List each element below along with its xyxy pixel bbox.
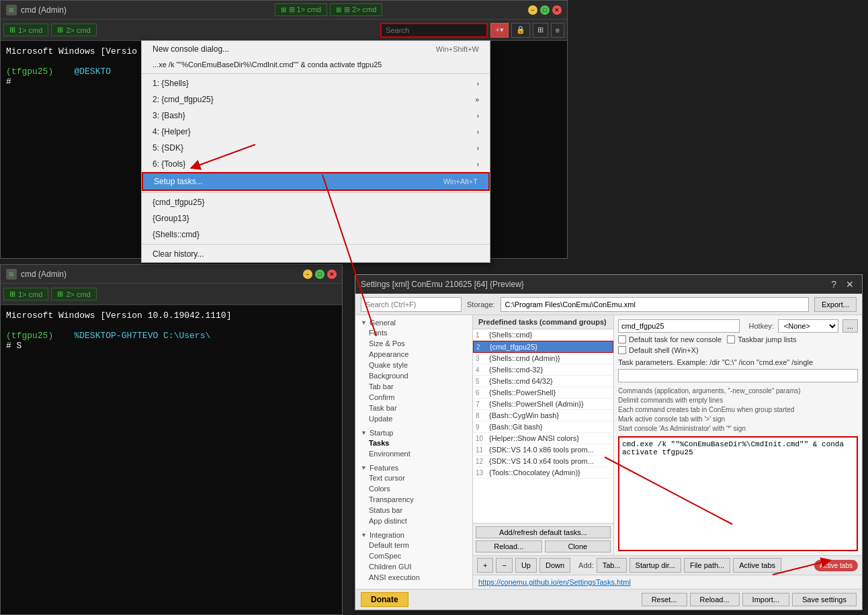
tab-add-btn[interactable]: Tab...: [597, 558, 627, 573]
task-row-10[interactable]: 10 {Helper::Show ANSI colors}: [473, 433, 613, 444]
task-row-7[interactable]: 7 {Shells::PowerShell (Admin)}: [473, 399, 613, 410]
lock-btn[interactable]: 🔒: [511, 23, 530, 38]
sidebar-item-environment[interactable]: Environment: [355, 448, 472, 459]
import-btn[interactable]: Import...: [742, 593, 789, 606]
menu-clear-history[interactable]: Clear history...: [142, 246, 490, 262]
sidebar-item-update[interactable]: Update: [355, 413, 472, 424]
down-btn[interactable]: Down: [539, 558, 570, 573]
sidebar-item-text-cursor[interactable]: Text cursor: [355, 473, 472, 483]
hotkey-more-btn[interactable]: ...: [842, 319, 858, 333]
menu-conda-cmd[interactable]: ...xe /k ""%ConEmuBaseDir%\CmdInit.cmd""…: [142, 57, 490, 72]
export-btn[interactable]: Export...: [814, 297, 857, 312]
startup-dir-btn[interactable]: Startup dir...: [630, 558, 681, 573]
default-task-checkbox[interactable]: [618, 335, 626, 343]
bottom-minimize-btn[interactable]: −: [303, 270, 312, 279]
view-btn[interactable]: ⊞: [533, 23, 548, 38]
sidebar-item-tab-bar[interactable]: Tab bar: [355, 381, 472, 392]
task-row-1[interactable]: 1 {Shells::cmd}: [473, 329, 613, 341]
default-shell-checkbox[interactable]: [618, 346, 626, 354]
up-btn[interactable]: Up: [515, 558, 537, 573]
settings-help-btn[interactable]: ?: [828, 279, 839, 290]
menu-new-console[interactable]: New console dialog... Win+Shift+W: [142, 41, 490, 57]
donate-btn[interactable]: Donate: [361, 592, 408, 607]
cmd-tab-2[interactable]: ⊞ 2> cmd: [51, 24, 96, 36]
menu-shells[interactable]: 1: {Shells} ›: [142, 75, 490, 91]
menu-sdk[interactable]: 5: {SDK} ›: [142, 140, 490, 156]
remove-task-btn[interactable]: −: [496, 558, 512, 573]
sidebar-group-features[interactable]: ▼ Features: [355, 462, 472, 473]
commands-textarea[interactable]: cmd.exe /k ""%ConEmuBaseDir%\CmdInit.cmd…: [619, 438, 857, 550]
sidebar-item-tasks[interactable]: Tasks: [355, 438, 472, 448]
sidebar-item-colors[interactable]: Colors: [355, 483, 472, 494]
bottom-tab-1[interactable]: ⊞ 1> cmd: [3, 288, 48, 300]
sidebar-item-children-gui[interactable]: Children GUI: [355, 561, 472, 572]
settings-close-btn[interactable]: ✕: [843, 279, 857, 290]
menu-setup-tasks[interactable]: Setup tasks... Win+Alt+T: [142, 172, 490, 191]
storage-path-input[interactable]: [501, 297, 809, 312]
sidebar-item-task-bar[interactable]: Task bar: [355, 403, 472, 413]
task-row-4[interactable]: 4 {Shells::cmd-32}: [473, 364, 613, 376]
sidebar-item-quake[interactable]: Quake style: [355, 360, 472, 370]
sidebar-item-default-term[interactable]: Default term: [355, 540, 472, 550]
reload-btn[interactable]: Reload...: [476, 540, 542, 552]
active-tabs-btn[interactable]: Active tabs: [733, 558, 781, 573]
tasks-list-header: Predefined tasks (command groups): [473, 315, 613, 329]
bottom-maximize-btn[interactable]: □: [315, 270, 324, 279]
settings-search-input[interactable]: [361, 297, 462, 312]
maximize-btn[interactable]: □: [540, 5, 550, 15]
file-path-btn[interactable]: File path...: [684, 558, 730, 573]
reset-btn[interactable]: Reset...: [642, 593, 687, 606]
minimize-btn[interactable]: −: [528, 5, 537, 15]
hotkey-select[interactable]: <None>: [778, 319, 838, 333]
search-input-top[interactable]: [380, 23, 488, 38]
sidebar-item-app-distinct[interactable]: App distinct: [355, 516, 472, 526]
sidebar-item-ansi-exec[interactable]: ANSI execution: [355, 572, 472, 583]
tab-2-top[interactable]: ⊞ ⊞ 2> cmd: [330, 3, 382, 16]
sidebar-item-transparency[interactable]: Transparency: [355, 494, 472, 505]
add-label: Add:: [578, 561, 594, 569]
sidebar-item-background[interactable]: Background: [355, 370, 472, 381]
task-row-5[interactable]: 5 {Shells::cmd 64/32}: [473, 376, 613, 387]
sidebar-item-confirm[interactable]: Confirm: [355, 392, 472, 403]
menu-cmd-tfgpu25-direct[interactable]: {cmd_tfgpu25}: [142, 194, 490, 210]
bottom-tab-2[interactable]: ⊞ 2> cmd: [51, 288, 96, 300]
task-row-13[interactable]: 13 {Tools::Chocolatey (Admin)}: [473, 467, 613, 479]
task-params-input[interactable]: [618, 369, 858, 382]
save-settings-btn[interactable]: Save settings: [792, 593, 857, 606]
task-row-12[interactable]: 12 {SDK::VS 14.0 x64 tools prom...: [473, 456, 613, 467]
menu-bash[interactable]: 3: {Bash} ›: [142, 108, 490, 124]
clone-btn[interactable]: Clone: [545, 540, 611, 552]
taskbar-jump-checkbox[interactable]: [727, 335, 735, 343]
task-row-6[interactable]: 6 {Shells::PowerShell}: [473, 387, 613, 399]
footer-link-row: https://conemu.github.io/en/SettingsTask…: [473, 575, 862, 589]
task-row-3[interactable]: 3 {Shells::cmd (Admin)}: [473, 353, 613, 364]
sidebar-item-fonts[interactable]: Fonts: [355, 327, 472, 338]
menu-shells-cmd[interactable]: {Shells::cmd}: [142, 227, 490, 243]
task-row-9[interactable]: 9 {Bash::Git bash}: [473, 421, 613, 433]
tab-1-top[interactable]: ⊞ ⊞ 1> cmd: [275, 3, 327, 16]
add-console-btn[interactable]: +▾: [490, 23, 508, 38]
task-row-8[interactable]: 8 {Bash::CygWin bash}: [473, 410, 613, 421]
sidebar-item-status-bar[interactable]: Status bar: [355, 505, 472, 516]
menu-group13[interactable]: {Group13}: [142, 210, 490, 227]
sidebar-group-integration[interactable]: ▼ Integration: [355, 529, 472, 540]
reload-settings-btn[interactable]: Reload...: [690, 593, 740, 606]
bottom-close-btn[interactable]: ✕: [327, 270, 337, 279]
help-link[interactable]: https://conemu.github.io/en/SettingsTask…: [478, 578, 631, 586]
sidebar-group-startup[interactable]: ▼ Startup: [355, 427, 472, 438]
task-row-2[interactable]: 2 {cmd_tfgpu25}: [473, 341, 613, 353]
sidebar-item-appearance[interactable]: Appearance: [355, 349, 472, 360]
sidebar-group-general[interactable]: ▼ General: [355, 317, 472, 327]
task-row-11[interactable]: 11 {SDK::VS 14.0 x86 tools prom...: [473, 444, 613, 456]
task-name-input[interactable]: [618, 319, 740, 333]
add-task-btn[interactable]: +: [477, 558, 493, 573]
sidebar-item-size-pos[interactable]: Size & Pos: [355, 338, 472, 349]
menu-cmd-tfgpu25[interactable]: 2: {cmd_tfgpu25} »: [142, 91, 490, 108]
menu-tools[interactable]: 6: {Tools} ›: [142, 156, 490, 172]
cmd-tab-1[interactable]: ⊞ 1> cmd: [3, 24, 48, 36]
add-refresh-tasks-btn[interactable]: Add/refresh default tasks...: [476, 526, 611, 538]
menu-btn[interactable]: ≡: [551, 23, 564, 38]
sidebar-item-comspec[interactable]: ComSpec: [355, 550, 472, 561]
menu-helper[interactable]: 4: {Helper} ›: [142, 124, 490, 140]
close-btn[interactable]: ✕: [552, 5, 562, 15]
